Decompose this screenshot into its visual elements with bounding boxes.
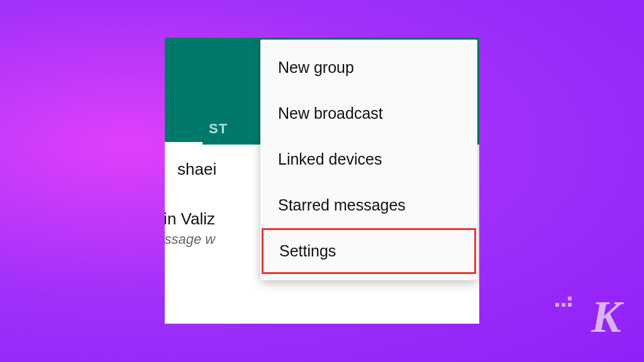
overflow-menu: New group New broadcast Linked devices S…	[260, 40, 477, 280]
menu-item-new-broadcast[interactable]: New broadcast	[260, 90, 477, 136]
whatsapp-screenshot: ST shaei erin Valiz nessage w New group …	[165, 38, 479, 324]
tab-indicator	[165, 142, 203, 145]
menu-item-linked-devices[interactable]: Linked devices	[260, 136, 477, 182]
watermark-logo: K	[591, 291, 619, 343]
watermark-decoration	[555, 297, 572, 307]
menu-item-new-group[interactable]: New group	[260, 45, 477, 90]
menu-item-settings[interactable]: Settings	[262, 228, 476, 274]
menu-item-starred-messages[interactable]: Starred messages	[260, 182, 477, 228]
tab-status-partial[interactable]: ST	[209, 121, 228, 137]
